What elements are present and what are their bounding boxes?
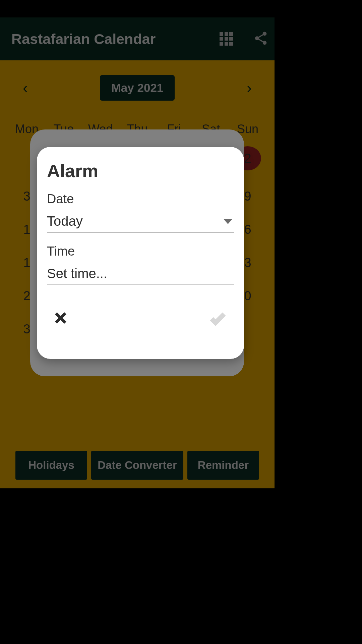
check-icon	[208, 309, 227, 327]
alarm-dialog: Alarm Date Today Time Set time...	[37, 147, 244, 359]
dialog-actions	[37, 297, 244, 329]
date-field-label: Date	[47, 192, 234, 206]
cancel-button[interactable]	[54, 311, 68, 326]
date-dropdown-value: Today	[47, 214, 83, 229]
confirm-button[interactable]	[208, 309, 227, 329]
close-icon	[54, 311, 68, 325]
time-field-label: Time	[47, 244, 234, 259]
date-dropdown[interactable]: Today	[47, 214, 234, 233]
time-field-placeholder: Set time...	[47, 266, 107, 281]
chevron-down-icon	[223, 219, 233, 224]
time-field[interactable]: Set time...	[47, 266, 234, 285]
dialog-title: Alarm	[47, 160, 234, 181]
